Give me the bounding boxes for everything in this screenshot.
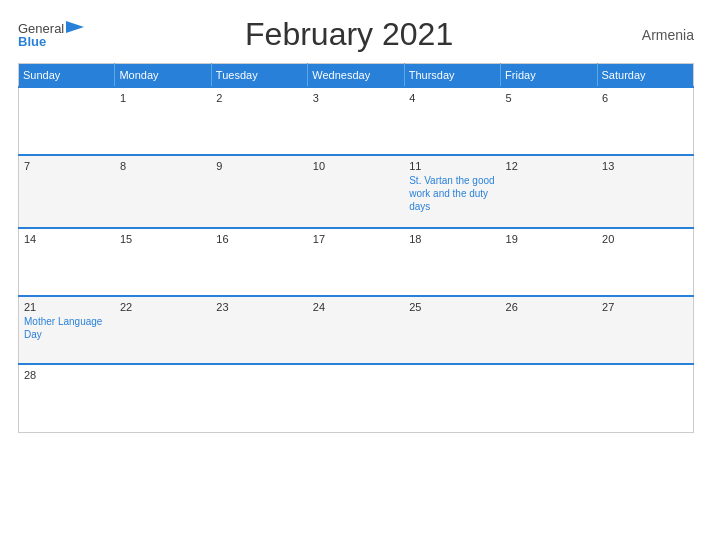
calendar-cell: 16 (211, 228, 307, 296)
calendar-weekday-tuesday: Tuesday (211, 64, 307, 88)
day-number: 14 (24, 233, 110, 245)
calendar-cell: 3 (308, 87, 404, 155)
calendar-cell: 19 (501, 228, 597, 296)
country-label: Armenia (614, 27, 694, 43)
calendar-cell: 27 (597, 296, 693, 364)
day-number: 6 (602, 92, 688, 104)
calendar-cell: 23 (211, 296, 307, 364)
day-number: 13 (602, 160, 688, 172)
calendar-cell: 25 (404, 296, 500, 364)
svg-marker-0 (66, 21, 84, 33)
calendar-cell: 13 (597, 155, 693, 228)
calendar-cell: 28 (19, 364, 115, 432)
day-number: 2 (216, 92, 302, 104)
calendar-weekday-thursday: Thursday (404, 64, 500, 88)
calendar-title: February 2021 (84, 16, 614, 53)
calendar-header-row: SundayMondayTuesdayWednesdayThursdayFrid… (19, 64, 694, 88)
logo: General Blue (18, 22, 84, 48)
calendar-cell: 9 (211, 155, 307, 228)
day-number: 17 (313, 233, 399, 245)
calendar-cell: 18 (404, 228, 500, 296)
calendar-cell: 17 (308, 228, 404, 296)
calendar-cell: 12 (501, 155, 597, 228)
day-number: 12 (506, 160, 592, 172)
calendar-week-row: 28 (19, 364, 694, 432)
calendar-weekday-monday: Monday (115, 64, 211, 88)
day-number: 3 (313, 92, 399, 104)
calendar-week-row: 7891011St. Vartan the good work and the … (19, 155, 694, 228)
header: General Blue February 2021 Armenia (18, 16, 694, 53)
calendar-cell (19, 87, 115, 155)
day-number: 28 (24, 369, 110, 381)
calendar-cell (501, 364, 597, 432)
calendar-weekday-friday: Friday (501, 64, 597, 88)
day-number: 23 (216, 301, 302, 313)
day-number: 5 (506, 92, 592, 104)
day-number: 25 (409, 301, 495, 313)
calendar-table: SundayMondayTuesdayWednesdayThursdayFrid… (18, 63, 694, 433)
day-number: 10 (313, 160, 399, 172)
calendar-cell (404, 364, 500, 432)
logo-general-text: General (18, 22, 64, 35)
day-number: 9 (216, 160, 302, 172)
calendar-cell: 10 (308, 155, 404, 228)
day-number: 27 (602, 301, 688, 313)
calendar-cell (597, 364, 693, 432)
calendar-cell: 6 (597, 87, 693, 155)
logo-flag-icon (66, 21, 84, 33)
calendar-cell: 15 (115, 228, 211, 296)
calendar-cell: 14 (19, 228, 115, 296)
calendar-cell (211, 364, 307, 432)
day-number: 15 (120, 233, 206, 245)
day-number: 1 (120, 92, 206, 104)
day-number: 16 (216, 233, 302, 245)
calendar-cell: 2 (211, 87, 307, 155)
page: General Blue February 2021 Armenia Sunda… (0, 0, 712, 550)
day-number: 22 (120, 301, 206, 313)
calendar-weekday-sunday: Sunday (19, 64, 115, 88)
calendar-cell: 21Mother Language Day (19, 296, 115, 364)
day-number: 11 (409, 160, 495, 172)
day-number: 21 (24, 301, 110, 313)
calendar-weekday-wednesday: Wednesday (308, 64, 404, 88)
event-text: Mother Language Day (24, 315, 110, 341)
day-number: 26 (506, 301, 592, 313)
calendar-cell (115, 364, 211, 432)
day-number: 19 (506, 233, 592, 245)
calendar-week-row: 21Mother Language Day222324252627 (19, 296, 694, 364)
calendar-cell: 8 (115, 155, 211, 228)
day-number: 4 (409, 92, 495, 104)
calendar-cell (308, 364, 404, 432)
calendar-cell: 26 (501, 296, 597, 364)
calendar-cell: 1 (115, 87, 211, 155)
calendar-weekday-saturday: Saturday (597, 64, 693, 88)
day-number: 7 (24, 160, 110, 172)
calendar-cell: 5 (501, 87, 597, 155)
calendar-cell: 20 (597, 228, 693, 296)
day-number: 24 (313, 301, 399, 313)
logo-blue-text: Blue (18, 35, 84, 48)
day-number: 18 (409, 233, 495, 245)
calendar-cell: 7 (19, 155, 115, 228)
calendar-cell: 22 (115, 296, 211, 364)
day-number: 8 (120, 160, 206, 172)
calendar-week-row: 123456 (19, 87, 694, 155)
calendar-cell: 4 (404, 87, 500, 155)
calendar-week-row: 14151617181920 (19, 228, 694, 296)
calendar-cell: 11St. Vartan the good work and the duty … (404, 155, 500, 228)
day-number: 20 (602, 233, 688, 245)
calendar-cell: 24 (308, 296, 404, 364)
event-text: St. Vartan the good work and the duty da… (409, 174, 495, 213)
